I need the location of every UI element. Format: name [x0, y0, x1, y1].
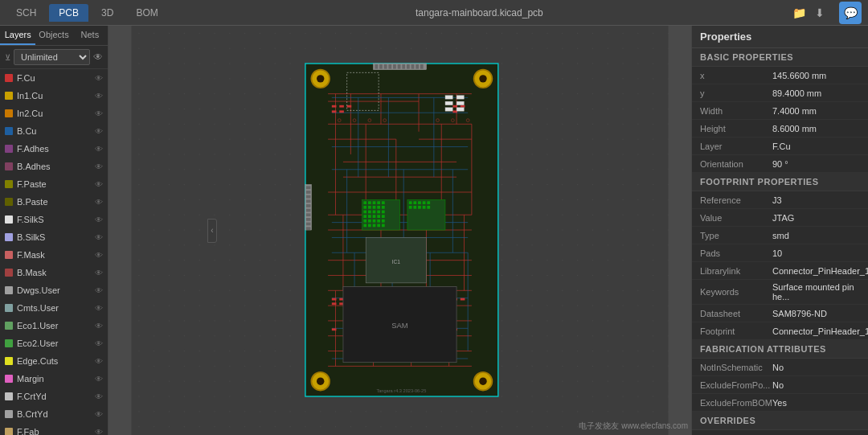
layer-item-b-paste[interactable]: B.Paste 👁: [0, 193, 108, 211]
svg-rect-96: [363, 224, 366, 228]
svg-rect-80: [382, 206, 385, 209]
tab-objects[interactable]: Objects: [35, 26, 72, 45]
layer-visibility-icon[interactable]: 👁: [95, 74, 103, 83]
layer-item-b-adhes[interactable]: B.Adhes 👁: [0, 158, 108, 175]
layer-color-swatch: [5, 286, 13, 294]
left-panel-collapse[interactable]: ‹: [207, 219, 217, 243]
svg-rect-81: [363, 211, 366, 214]
download-icon[interactable]: ⬇: [812, 5, 828, 21]
layer-item-eco1-user[interactable]: Eco1.User 👁: [0, 317, 108, 334]
svg-rect-100: [382, 224, 385, 228]
layer-name-label: In2.Cu: [17, 109, 91, 118]
layer-filter-select[interactable]: Unlimited: [14, 49, 90, 65]
layer-visibility-icon[interactable]: 👁: [95, 127, 103, 136]
layer-visibility-icon[interactable]: 👁: [95, 145, 103, 154]
layer-visibility-icon[interactable]: 👁: [95, 410, 103, 419]
svg-rect-165: [457, 108, 464, 112]
top-icons: 📁 ⬇ 💬: [791, 2, 862, 24]
prop-row: Datasheet SAM8796-ND: [692, 305, 868, 322]
chat-button[interactable]: 💬: [839, 2, 862, 24]
svg-rect-153: [306, 199, 311, 203]
layer-item-f-fab[interactable]: F.Fab 👁: [0, 423, 108, 435]
layer-name-label: Dwgs.User: [17, 285, 91, 295]
tab-3d[interactable]: 3D: [92, 4, 123, 22]
tab-layers[interactable]: Layers: [0, 26, 35, 45]
layer-item-b-crtyd[interactable]: B.CrtYd 👁: [0, 405, 108, 423]
layer-item-f-adhes[interactable]: F.Adhes 👁: [0, 140, 108, 158]
layer-visibility-icon[interactable]: 👁: [95, 233, 103, 242]
layer-name-label: F.Mask: [17, 250, 91, 260]
layer-visibility-icon[interactable]: 👁: [95, 322, 103, 330]
svg-rect-91: [363, 220, 366, 223]
svg-rect-116: [339, 110, 344, 113]
layer-item-in2-cu[interactable]: In2.Cu 👁: [0, 105, 108, 122]
svg-rect-161: [457, 96, 464, 100]
prop-value: 8.6000 mm: [772, 124, 860, 133]
layer-visibility-icon[interactable]: 👁: [95, 392, 103, 401]
layer-item-b-mask[interactable]: B.Mask 👁: [0, 264, 108, 281]
layer-color-swatch: [5, 109, 13, 117]
svg-rect-146: [411, 64, 415, 69]
layer-visibility-icon[interactable]: 👁: [95, 215, 103, 224]
layer-visibility-icon[interactable]: 👁: [95, 251, 103, 260]
svg-rect-74: [377, 201, 380, 204]
svg-rect-98: [373, 224, 376, 228]
layer-visibility-icon[interactable]: 👁: [95, 162, 103, 171]
svg-point-9: [317, 377, 324, 384]
folder-icon[interactable]: 📁: [791, 5, 807, 21]
properties-header: Properties: [692, 26, 868, 48]
layer-item-f-paste[interactable]: F.Paste 👁: [0, 175, 108, 193]
layer-color-swatch: [5, 304, 13, 312]
layer-visibility-icon[interactable]: 👁: [95, 198, 103, 207]
layer-visibility-icon[interactable]: 👁: [95, 357, 103, 366]
svg-rect-120: [332, 298, 337, 301]
layer-item-edge-cuts[interactable]: Edge.Cuts 👁: [0, 352, 108, 370]
layer-color-swatch: [5, 410, 13, 418]
svg-rect-159: [306, 227, 311, 230]
layer-item-f-mask[interactable]: F.Mask 👁: [0, 246, 108, 264]
layer-color-swatch: [5, 198, 13, 206]
svg-rect-105: [423, 201, 426, 204]
tab-sch[interactable]: SCH: [6, 4, 46, 22]
layer-visibility-icon[interactable]: 👁: [95, 375, 103, 384]
prop-value: 89.4000 mm: [772, 88, 860, 98]
layer-item-b-cu[interactable]: B.Cu 👁: [0, 122, 108, 140]
svg-rect-122: [332, 302, 337, 305]
svg-rect-155: [306, 209, 311, 212]
svg-rect-77: [368, 206, 371, 209]
layer-item-in1-cu[interactable]: In1.Cu 👁: [0, 87, 108, 105]
prop-row: Height 8.6000 mm: [692, 120, 868, 137]
layer-visibility-icon[interactable]: 👁: [95, 180, 103, 189]
layer-item-b-silks[interactable]: B.SilkS 👁: [0, 228, 108, 246]
layer-visibility-icon[interactable]: 👁: [95, 92, 103, 101]
layer-color-swatch: [5, 215, 13, 224]
layer-visibility-icon[interactable]: 👁: [95, 286, 103, 295]
layer-visibility-icon[interactable]: 👁: [95, 304, 103, 313]
layer-item-f-cu[interactable]: F.Cu 👁: [0, 69, 108, 87]
svg-rect-117: [452, 105, 457, 108]
layer-color-swatch: [5, 339, 13, 347]
layer-item-cmts-user[interactable]: Cmts.User 👁: [0, 299, 108, 317]
tab-nets[interactable]: Nets: [72, 26, 108, 45]
layer-item-margin[interactable]: Margin 👁: [0, 370, 108, 388]
layer-item-eco2-user[interactable]: Eco2.User 👁: [0, 334, 108, 352]
svg-rect-103: [413, 201, 416, 204]
filter-icon: ⊻: [5, 53, 10, 62]
layer-visibility-icon[interactable]: 👁: [95, 339, 103, 348]
layer-visibility-icon[interactable]: 👁: [95, 428, 103, 436]
prop-label: Orientation: [700, 159, 772, 169]
canvas-area[interactable]: IC1: [108, 26, 691, 435]
visibility-toggle-icon[interactable]: 👁: [93, 51, 103, 63]
tab-pcb[interactable]: PCB: [49, 4, 88, 22]
layer-name-label: Margin: [17, 374, 91, 384]
svg-rect-142: [393, 64, 396, 69]
layer-item-f-silks[interactable]: F.SilkS 👁: [0, 211, 108, 228]
layer-visibility-icon[interactable]: 👁: [95, 109, 103, 118]
layer-color-swatch: [5, 127, 13, 135]
tab-bom[interactable]: BOM: [126, 4, 167, 22]
layer-color-swatch: [5, 74, 13, 82]
layer-item-f-crtyd[interactable]: F.CrtYd 👁: [0, 388, 108, 405]
layer-visibility-icon[interactable]: 👁: [95, 269, 103, 277]
svg-rect-79: [377, 206, 380, 209]
layer-item-dwgs-user[interactable]: Dwgs.User 👁: [0, 281, 108, 299]
